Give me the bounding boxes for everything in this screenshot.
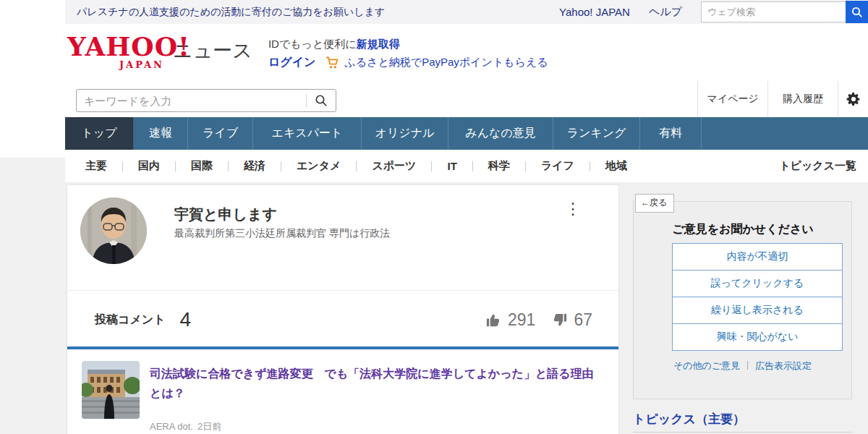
category-domestic[interactable]: 国内 — [123, 159, 175, 173]
category-science[interactable]: 科学 — [473, 159, 525, 173]
back-button[interactable]: ←戻る — [635, 194, 674, 213]
tab-top[interactable]: トップ — [65, 117, 134, 150]
article-source: AERA dot. — [150, 421, 193, 432]
other-feedback-link[interactable]: その他のご意見 — [673, 360, 740, 371]
logo-yahoo-text: YAHOO! — [67, 32, 166, 61]
mypage-link[interactable]: マイページ — [697, 81, 767, 117]
search-icon — [851, 7, 863, 18]
feedback-option-misclick[interactable]: 誤ってクリックする — [672, 270, 843, 297]
logo-japan-text: JAPAN — [119, 59, 164, 70]
article-meta: AERA dot.2日前 — [150, 420, 226, 433]
article-item[interactable]: 司法試験に合格できず進路変更 でも「法科大学院に進学してよかった」と語る理由とは… — [67, 349, 618, 434]
category-entertainment[interactable]: エンタメ — [281, 159, 356, 173]
id-promo-text: IDでもっと便利に — [268, 38, 357, 51]
tab-opinions[interactable]: みんなの意見 — [448, 117, 553, 150]
web-search-box — [701, 0, 868, 24]
category-main[interactable]: 主要 — [65, 159, 122, 173]
keyword-search-button[interactable] — [307, 90, 336, 111]
keyword-search-input[interactable] — [77, 95, 306, 107]
tab-original[interactable]: オリジナル — [362, 117, 448, 150]
gear-icon — [846, 91, 861, 107]
main-nav: トップ 速報 ライブ エキスパート オリジナル みんなの意見 ランキング 有料 — [65, 117, 868, 150]
divider — [747, 361, 748, 370]
search-icon — [315, 94, 328, 107]
feedback-option-not-interested[interactable]: 興味・関心がない — [672, 323, 843, 351]
tab-breaking[interactable]: 速報 — [134, 117, 188, 150]
yahoo-news-page: パレスチナの人道支援のための活動に寄付のご協力をお願いします Yahoo! JA… — [0, 0, 868, 434]
cart-icon — [326, 56, 340, 69]
category-sports[interactable]: スポーツ — [357, 159, 431, 173]
web-search-button[interactable] — [846, 1, 868, 23]
news-search-box — [76, 89, 336, 112]
page-background — [0, 158, 65, 182]
category-world[interactable]: 国際 — [176, 159, 228, 173]
thumb-down-icon — [551, 312, 568, 328]
tab-ranking[interactable]: ランキング — [553, 117, 640, 150]
more-menu-button[interactable]: ⋮ — [562, 198, 584, 220]
settings-button[interactable] — [838, 81, 868, 117]
category-region[interactable]: 地域 — [590, 159, 642, 173]
dislikes-count: 67 — [574, 310, 592, 330]
yahoo-japan-link[interactable]: Yahoo! JAPAN — [559, 6, 630, 18]
thumb-up-icon — [485, 312, 502, 328]
feedback-option-repeated[interactable]: 繰り返し表示される — [672, 297, 843, 324]
category-it[interactable]: IT — [432, 160, 472, 172]
topics-list-link[interactable]: トピックス一覧 — [779, 159, 856, 173]
ad-feedback-panel: ご意見をお聞かせください 内容が不適切 誤ってクリックする 繰り返し表示される … — [633, 201, 852, 399]
tab-paid[interactable]: 有料 — [640, 117, 702, 150]
yahoo-news-logo[interactable]: YAHOO! JAPAN — [67, 32, 166, 80]
login-link[interactable]: ログイン — [268, 55, 316, 70]
comments-label: 投稿コメント — [95, 312, 166, 328]
article-time: 2日前 — [197, 421, 221, 432]
profile-description: 最高裁判所第三小法廷所属裁判官 専門は行政法 — [174, 227, 390, 240]
divider — [67, 290, 618, 291]
help-link[interactable]: ヘルプ — [649, 5, 682, 19]
top-banner: パレスチナの人道支援のための活動に寄付のご協力をお願いします Yahoo! JA… — [65, 0, 868, 24]
ad-settings-link[interactable]: 広告表示設定 — [755, 360, 812, 371]
commenter-profile-card: 宇賀と申します 最高裁判所第三小法廷所属裁判官 専門は行政法 ⋮ 投稿コメント … — [67, 184, 619, 434]
comments-count: 4 — [180, 308, 192, 331]
tab-live[interactable]: ライブ — [188, 117, 253, 150]
avatar — [80, 197, 147, 264]
divider — [633, 432, 852, 433]
category-life[interactable]: ライフ — [526, 159, 590, 173]
paypay-promo-link[interactable]: ふるさと納税でPayPayポイントもらえる — [344, 56, 548, 69]
profile-name: 宇賀と申します — [174, 205, 277, 224]
category-nav: 主要 国内 国際 経済 エンタメ スポーツ IT 科学 ライフ 地域 トピックス… — [65, 150, 868, 182]
category-economy[interactable]: 経済 — [229, 159, 281, 173]
donation-message-link[interactable]: パレスチナの人道支援のための活動に寄付のご協力をお願いします — [77, 6, 385, 19]
feedback-heading: ご意見をお聞かせください — [658, 222, 828, 237]
tab-expert[interactable]: エキスパート — [253, 117, 362, 150]
web-search-input[interactable] — [701, 1, 846, 22]
article-thumbnail — [82, 361, 140, 419]
likes-count: 291 — [508, 310, 535, 330]
topics-heading[interactable]: トピックス（主要） — [633, 411, 745, 427]
feedback-option-inappropriate[interactable]: 内容が不適切 — [672, 243, 843, 271]
purchase-history-link[interactable]: 購入履歴 — [767, 81, 838, 117]
signup-link[interactable]: 新規取得 — [357, 38, 400, 51]
search-row: マイページ 購入履歴 — [65, 81, 868, 117]
article-title-link[interactable]: 司法試験に合格できず進路変更 でも「法科大学院に進学してよかった」と語る理由とは… — [150, 364, 604, 403]
